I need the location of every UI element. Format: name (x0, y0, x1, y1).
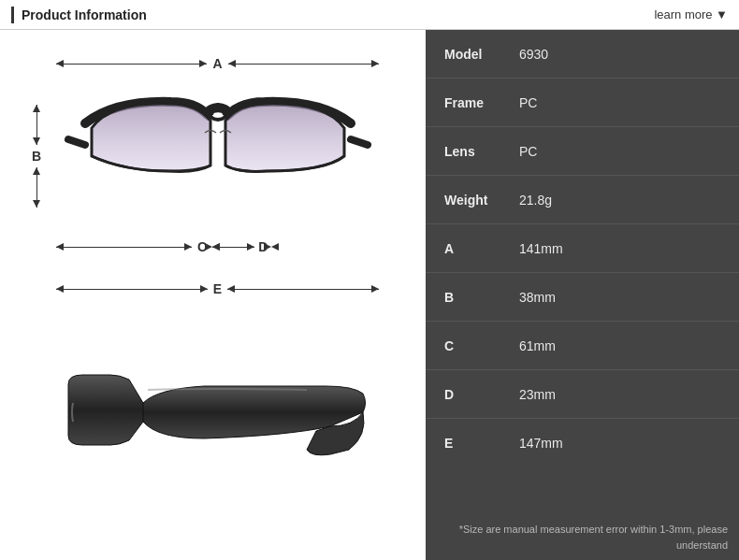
spec-value: PC (519, 95, 537, 110)
dimension-a-line-left (56, 64, 207, 65)
spec-label: C (444, 338, 519, 353)
spec-row: Model6930 (426, 30, 739, 79)
spec-row: Weight21.8g (426, 176, 739, 224)
specs-panel: Model6930FramePCLensPCWeight21.8gA141mmB… (426, 30, 739, 560)
dimension-b-label: B (32, 149, 41, 164)
dimension-a-arrow: A (56, 56, 379, 71)
spec-row: LensPC (426, 127, 739, 176)
spec-row: A141mm (426, 224, 739, 273)
spec-row: D23mm (426, 370, 739, 419)
spec-value: 61mm (519, 338, 556, 353)
spec-row: FramePC (426, 79, 739, 127)
dimension-a-line-right (228, 64, 379, 65)
dimension-c-line (56, 247, 192, 248)
spec-value: PC (519, 144, 537, 159)
spec-label: E (444, 436, 519, 451)
spec-label: A (444, 241, 519, 256)
side-view-diagram (19, 301, 407, 551)
spec-value: 23mm (519, 387, 556, 402)
dimension-e-label: E (213, 281, 222, 296)
spec-table: Model6930FramePCLensPCWeight21.8gA141mmB… (426, 30, 739, 516)
dimension-e-arrow: E (56, 281, 379, 296)
dimension-b-arrow: B (32, 105, 41, 208)
spec-value: 6930 (519, 47, 548, 62)
dimension-d-line (212, 247, 254, 248)
dimension-cd-arrows: C D (56, 239, 271, 254)
size-note: *Size are manual measurement error withi… (426, 516, 739, 560)
spec-value: 147mm (519, 436, 563, 451)
spec-row: C61mm (426, 322, 739, 370)
dimension-e-line-left (56, 289, 208, 290)
main-content: A B (0, 30, 739, 560)
dimension-b-line-bottom (36, 167, 37, 208)
header-bar-decoration (11, 7, 14, 23)
header: Product Information learn more ▼ (0, 0, 739, 30)
spec-row: B38mm (426, 273, 739, 322)
page-title: Product Information (22, 7, 147, 22)
glasses-front-image (56, 72, 379, 222)
spec-label: B (444, 290, 519, 305)
diagram-panel: A B (0, 30, 426, 560)
learn-more-link[interactable]: learn more ▼ (654, 7, 728, 22)
spec-label: Model (444, 47, 519, 62)
spec-value: 141mm (519, 241, 563, 256)
dimension-a-label: A (212, 56, 222, 71)
spec-label: Weight (444, 193, 519, 208)
spec-value: 21.8g (519, 193, 552, 208)
dimension-b-line (36, 105, 37, 145)
header-left: Product Information (11, 7, 147, 23)
side-view-svg (54, 366, 372, 487)
front-view-diagram: A B (19, 39, 407, 301)
glasses-front-svg (59, 81, 377, 212)
spec-label: Lens (444, 144, 519, 159)
dimension-e-line-right (227, 289, 379, 290)
spec-label: D (444, 387, 519, 402)
spec-row: E147mm (426, 419, 739, 467)
spec-value: 38mm (519, 290, 556, 305)
spec-label: Frame (444, 95, 519, 110)
